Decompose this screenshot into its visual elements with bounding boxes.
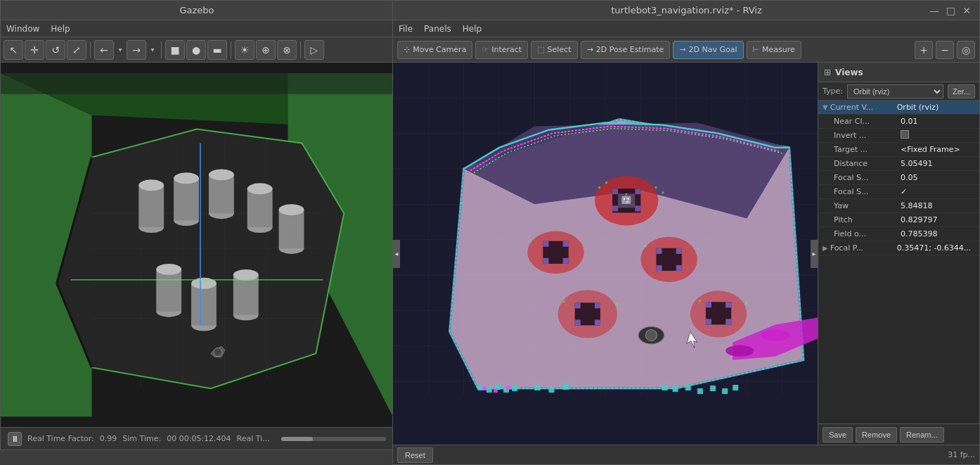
redo-arrow[interactable]: ▾ — [148, 40, 157, 60]
interact-btn[interactable]: ☞ Interact — [475, 41, 528, 59]
scale-tool-btn[interactable]: ⤢ — [67, 40, 86, 60]
nav-goal-label: 2D Nav Goal — [689, 45, 737, 54]
minimize-btn[interactable]: — — [929, 5, 939, 16]
svg-rect-125 — [563, 384, 569, 390]
focus-btn[interactable]: ◎ — [957, 41, 975, 59]
tree-row-yaw[interactable]: Yaw 5.84818 — [818, 199, 979, 213]
svg-rect-122 — [512, 386, 517, 391]
play-btn[interactable]: ▷ — [304, 40, 324, 60]
box-btn[interactable]: ■ — [165, 40, 185, 60]
zero-button[interactable]: Zer... — [948, 84, 975, 98]
interact-icon: ☞ — [482, 45, 489, 54]
model-btn[interactable]: ⊗ — [277, 40, 297, 60]
rename-button[interactable]: Renam... — [900, 427, 944, 442]
toolbar-sep-3 — [231, 42, 231, 58]
nav-goal-btn[interactable]: → 2D Nav Goal — [673, 41, 743, 59]
translate-tool-btn[interactable]: ✛ — [25, 40, 44, 60]
rviz-menu-file[interactable]: File — [399, 24, 413, 34]
tree-row-focal-p[interactable]: ▶ Focal P... 0.35471; -0.6344... — [818, 241, 979, 255]
rviz-bottom-bar: Reset 31 fp... — [393, 445, 979, 464]
tree-row-focal-s1[interactable]: Focal S... 0.05 — [818, 171, 979, 185]
undo-btn[interactable]: ← — [94, 40, 114, 60]
svg-rect-109 — [605, 181, 607, 184]
svg-point-29 — [279, 204, 304, 215]
svg-text:🤖: 🤖 — [620, 192, 633, 205]
gazebo-viewport[interactable] — [1, 63, 393, 427]
tree-row-fov[interactable]: Field o... 0.785398 — [818, 227, 979, 241]
svg-rect-126 — [662, 385, 668, 390]
svg-rect-87 — [676, 248, 682, 254]
tree-row-invert[interactable]: Invert ... — [818, 129, 979, 143]
tree-row-target[interactable]: Target ... <Fixed Frame> — [818, 143, 979, 157]
rviz-toolbar: ⊹ Move Camera ☞ Interact ⬚ Select → 2D P… — [393, 37, 979, 63]
tree-header-row[interactable]: ▼ Current V... Orbit (rviz) — [818, 101, 979, 115]
save-button[interactable]: Save — [823, 427, 853, 442]
gazebo-menu-window[interactable]: Window — [6, 24, 39, 34]
add-view-btn[interactable]: + — [915, 41, 933, 59]
measure-icon: ⊢ — [753, 45, 760, 54]
svg-point-35 — [191, 278, 217, 289]
gazebo-menu-help[interactable]: Help — [51, 24, 70, 34]
light-btn[interactable]: ☀ — [235, 40, 254, 60]
svg-point-23 — [209, 169, 234, 180]
svg-rect-99 — [726, 302, 731, 307]
undo-arrow[interactable]: ▾ — [115, 40, 125, 60]
nav-goal-icon: → — [679, 45, 685, 54]
svg-rect-28 — [279, 210, 304, 248]
collapse-right-btn[interactable]: ▸ — [811, 240, 818, 268]
collapse-left-btn[interactable]: ◂ — [393, 240, 400, 268]
svg-rect-4 — [1, 73, 393, 94]
tree-row-pitch[interactable]: Pitch 0.829797 — [818, 213, 979, 227]
svg-rect-116 — [699, 300, 701, 302]
rviz-menu-help[interactable]: Help — [463, 24, 482, 34]
joint-btn[interactable]: ⊕ — [256, 40, 276, 60]
close-btn[interactable]: ✕ — [962, 5, 971, 16]
pose-estimate-btn[interactable]: → 2D Pose Estimate — [581, 41, 671, 59]
gazebo-title: Gazebo — [179, 5, 214, 15]
select-btn[interactable]: ⬚ Select — [531, 41, 577, 59]
redo-btn[interactable]: → — [127, 40, 146, 60]
remove-view-btn[interactable]: − — [936, 41, 954, 59]
svg-rect-25 — [247, 189, 273, 227]
focal-s1-value: 0.05 — [901, 173, 975, 182]
pause-button[interactable]: ⏸ — [8, 432, 22, 446]
svg-rect-112 — [644, 246, 646, 248]
rviz-viewport[interactable]: ◂ ▸ — [393, 63, 818, 445]
rviz-title-controls: — □ ✕ — [929, 5, 971, 16]
yaw-value: 5.84818 — [901, 201, 975, 210]
tree-row-focal-s2[interactable]: Focal S... ✓ — [818, 185, 979, 199]
reset-button[interactable]: Reset — [397, 447, 433, 463]
rviz-toolbar-right: + − ◎ — [915, 41, 975, 59]
select-label: Select — [548, 45, 572, 54]
invert-checkbox[interactable] — [901, 130, 909, 139]
svg-rect-22 — [209, 174, 234, 213]
svg-rect-117 — [745, 302, 747, 304]
select-tool-btn[interactable]: ↖ — [4, 40, 23, 60]
rtf-value: 0.99 — [100, 434, 117, 443]
rotate-tool-btn[interactable]: ↺ — [46, 40, 65, 60]
rviz-menubar: File Panels Help — [393, 20, 979, 37]
pose-estimate-icon: → — [587, 45, 593, 54]
svg-rect-123 — [534, 385, 540, 390]
move-camera-btn[interactable]: ⊹ Move Camera — [397, 41, 472, 59]
tree-row-distance[interactable]: Distance 5.05491 — [818, 157, 979, 171]
svg-point-42 — [214, 348, 222, 356]
svg-point-17 — [138, 179, 164, 191]
svg-rect-74 — [635, 189, 640, 194]
svg-rect-98 — [706, 302, 711, 307]
rviz-window: turtlebot3_navigation.rviz* - RViz — □ ✕… — [392, 0, 980, 465]
svg-rect-75 — [612, 205, 618, 211]
sphere-btn[interactable]: ● — [186, 40, 206, 60]
svg-rect-134 — [494, 388, 498, 393]
gazebo-menubar: Window Help — [1, 20, 393, 37]
cylinder-btn[interactable]: ▬ — [207, 40, 227, 60]
remove-button[interactable]: Remove — [856, 427, 897, 442]
svg-rect-82 — [543, 258, 548, 264]
distance-label: Distance — [834, 159, 901, 168]
svg-rect-80 — [543, 241, 548, 247]
type-select[interactable]: Orbit (rviz) — [847, 84, 943, 98]
measure-btn[interactable]: ⊢ Measure — [747, 41, 801, 59]
rviz-menu-panels[interactable]: Panels — [424, 24, 451, 34]
tree-row-near-clip[interactable]: Near Cl... 0.01 — [818, 115, 979, 129]
maximize-btn[interactable]: □ — [946, 5, 955, 16]
